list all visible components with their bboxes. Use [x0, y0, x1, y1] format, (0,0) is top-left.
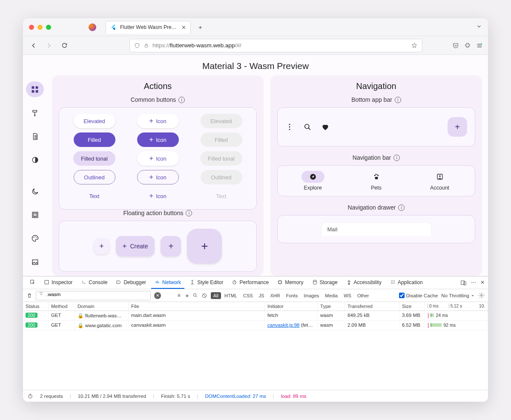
- filled-icon-button[interactable]: +Icon: [137, 132, 179, 147]
- text-icon-button[interactable]: +Icon: [137, 189, 179, 203]
- table-cell[interactable]: GET: [49, 311, 75, 321]
- rail-image-icon[interactable]: [26, 254, 44, 270]
- responsive-icon[interactable]: [460, 279, 467, 286]
- fab-extended[interactable]: +Create: [116, 236, 155, 256]
- table-cell[interactable]: main.dart.wasm: [129, 311, 265, 321]
- filter-type-fonts[interactable]: Fonts: [284, 292, 301, 299]
- table-cell[interactable]: 6.52 MB: [399, 321, 425, 331]
- search-icon[interactable]: [303, 123, 312, 131]
- settings-gear-icon[interactable]: [478, 292, 485, 299]
- filter-type-xhr[interactable]: XHR: [267, 292, 282, 299]
- heart-icon[interactable]: [321, 123, 330, 131]
- table-header[interactable]: Domain: [75, 302, 129, 311]
- fab-medium[interactable]: +: [161, 236, 181, 256]
- table-header[interactable]: Size: [399, 302, 425, 311]
- rail-dark-mode-icon[interactable]: [26, 184, 44, 199]
- pause-icon[interactable]: [176, 293, 182, 298]
- table-cell[interactable]: 🔒www.gstatic.com: [75, 321, 129, 331]
- rail-material2-icon[interactable]: 2: [26, 207, 44, 223]
- elevated-icon-button[interactable]: +Icon: [137, 114, 179, 128]
- devtools-tab-debugger[interactable]: Debugger: [112, 277, 149, 289]
- filter-type-images[interactable]: Images: [301, 292, 322, 299]
- filter-type-ws[interactable]: WS: [341, 292, 354, 299]
- devtools-tab-a11y[interactable]: Accessibility: [343, 277, 385, 289]
- forward-button[interactable]: [43, 40, 55, 51]
- new-tab-button[interactable]: +: [198, 23, 202, 31]
- filter-type-css[interactable]: CSS: [241, 292, 256, 299]
- devtools-tab-storage[interactable]: Storage: [309, 277, 341, 289]
- table-cell[interactable]: canvaskit.wasm: [129, 321, 265, 331]
- search-icon[interactable]: [192, 293, 198, 298]
- devtools-tab-console[interactable]: Console: [78, 277, 111, 289]
- rail-paint-icon[interactable]: [26, 105, 44, 121]
- minimize-window-button[interactable]: [37, 25, 43, 30]
- filter-input[interactable]: [36, 291, 151, 300]
- tab-overflow-icon[interactable]: [476, 23, 482, 31]
- filter-type-html[interactable]: HTML: [222, 292, 240, 299]
- table-cell[interactable]: fetch: [265, 311, 318, 321]
- table-cell[interactable]: wasm: [318, 311, 345, 321]
- close-window-button[interactable]: [29, 25, 34, 30]
- filter-type-all[interactable]: All: [211, 292, 221, 299]
- tonal-icon-button[interactable]: +Icon: [137, 151, 179, 166]
- address-bar[interactable]: https://flutterweb-wasm.web.app/#/: [129, 39, 422, 52]
- trash-icon[interactable]: [26, 293, 32, 299]
- table-cell[interactable]: GET: [49, 321, 75, 331]
- outlined-icon-button[interactable]: +Icon: [137, 170, 179, 184]
- elevated-button[interactable]: Elevated: [74, 114, 115, 128]
- rail-doc-icon[interactable]: [26, 129, 44, 144]
- menu-icon[interactable]: [476, 42, 483, 49]
- reload-button[interactable]: [59, 40, 70, 51]
- info-icon[interactable]: i: [398, 204, 405, 211]
- rail-contrast-icon[interactable]: [26, 152, 44, 168]
- element-picker-icon[interactable]: [26, 277, 39, 289]
- table-header[interactable]: Status: [23, 302, 49, 311]
- table-cell[interactable]: 200: [23, 321, 49, 331]
- table-cell[interactable]: wasm: [318, 321, 345, 331]
- table-header[interactable]: Transferred: [345, 302, 399, 311]
- devtools-close-icon[interactable]: ✕: [480, 279, 485, 286]
- table-cell[interactable]: 🔒flutterweb-wasm....: [75, 311, 129, 321]
- nav-item-explore[interactable]: Explore: [301, 171, 324, 191]
- pocket-icon[interactable]: [452, 42, 459, 49]
- table-cell[interactable]: 3.69 MB: [399, 311, 425, 321]
- tonal-button[interactable]: Filled tonal: [73, 151, 115, 166]
- filter-type-other[interactable]: Other: [355, 292, 372, 299]
- filter-type-js[interactable]: JS: [256, 292, 267, 299]
- table-cell[interactable]: 2.09 MB: [345, 321, 399, 331]
- appbar-fab[interactable]: +: [448, 117, 467, 137]
- info-icon[interactable]: i: [393, 155, 400, 161]
- network-table[interactable]: StatusMethodDomainFileInitiatorTypeTrans…: [23, 302, 488, 331]
- filled-button[interactable]: Filled: [74, 132, 115, 147]
- table-cell[interactable]: canvaskit.js:98 (fetch): [265, 321, 318, 331]
- fab-large[interactable]: +: [187, 229, 222, 264]
- more-vert-icon[interactable]: [285, 123, 294, 131]
- fab-small[interactable]: +: [94, 238, 110, 254]
- devtools-more-icon[interactable]: ⋯: [471, 279, 476, 286]
- close-tab-icon[interactable]: ✕: [181, 24, 186, 31]
- devtools-tab-style[interactable]: Style Editor: [186, 277, 227, 289]
- info-icon[interactable]: i: [395, 97, 401, 103]
- devtools-tab-memory[interactable]: Memory: [274, 277, 307, 289]
- devtools-tab-app[interactable]: Application: [387, 277, 426, 289]
- table-cell[interactable]: 200: [23, 311, 49, 321]
- bookmark-star-icon[interactable]: [411, 42, 418, 49]
- maximize-window-button[interactable]: [46, 25, 51, 30]
- outlined-button[interactable]: Outlined: [74, 170, 115, 184]
- block-icon[interactable]: [201, 293, 207, 299]
- info-icon[interactable]: i: [178, 97, 185, 103]
- extensions-icon[interactable]: [464, 42, 471, 49]
- rail-palette-icon[interactable]: [26, 230, 44, 246]
- table-cell[interactable]: 849.25 kB: [345, 311, 399, 321]
- filter-type-media[interactable]: Media: [322, 292, 340, 299]
- throttling-select[interactable]: No Throttling: [441, 293, 475, 298]
- rail-widgets-icon[interactable]: [26, 81, 44, 97]
- table-header[interactable]: Type: [318, 302, 345, 311]
- table-header[interactable]: Initiator: [265, 302, 318, 311]
- add-request-icon[interactable]: +: [185, 292, 189, 299]
- nav-item-account[interactable]: Account: [428, 171, 451, 191]
- text-button[interactable]: Text: [74, 189, 115, 203]
- clear-filter-icon[interactable]: ✕: [154, 292, 161, 299]
- disable-cache-checkbox[interactable]: Disable Cache: [399, 293, 438, 298]
- table-header[interactable]: Method: [49, 302, 75, 311]
